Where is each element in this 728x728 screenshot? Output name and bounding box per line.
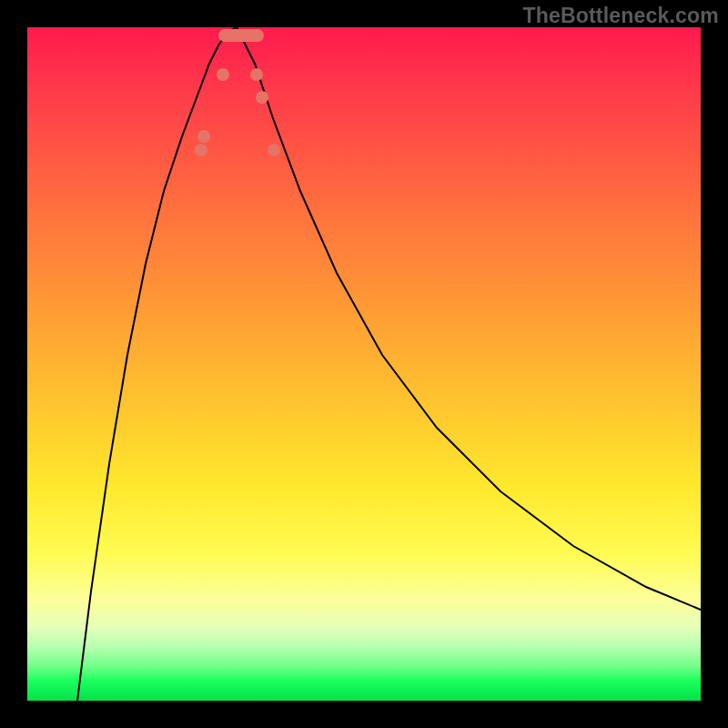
optimum-pill [218,29,264,42]
curve-marker [268,144,280,157]
data-markers [195,68,280,157]
curves-layer [27,27,701,701]
watermark-text: TheBottleneck.com [522,4,719,28]
curve-marker [250,68,263,81]
right-curve [237,27,701,610]
chart-frame: TheBottleneck.com [0,0,728,728]
optimum-markers [218,29,264,42]
curve-marker [197,130,210,143]
plot-area [27,27,701,701]
curve-marker [256,91,268,104]
curve-marker [195,144,207,157]
left-curve [77,27,237,701]
curve-marker [217,68,229,81]
